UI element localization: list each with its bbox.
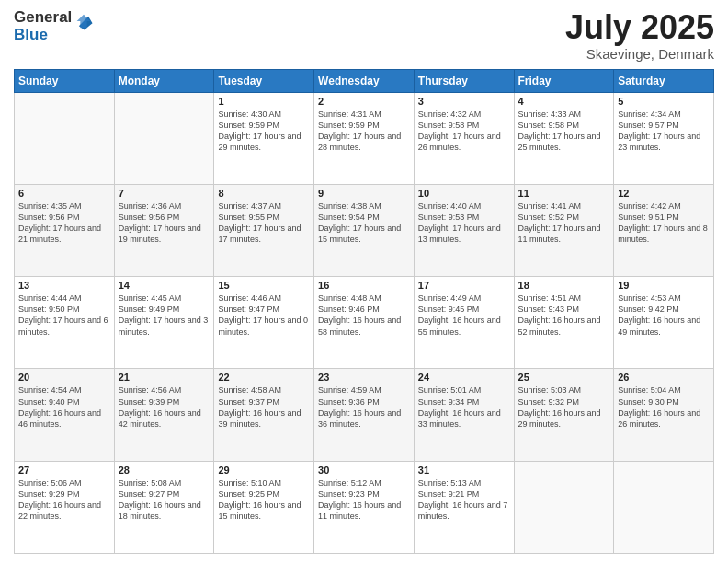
day-info: Sunrise: 5:01 AMSunset: 9:34 PMDaylight:… [418,385,510,430]
logo-text: General Blue [14,9,72,43]
day-info: Sunrise: 4:54 AMSunset: 9:40 PMDaylight:… [18,385,110,430]
day-number: 7 [119,188,210,199]
day-info: Sunrise: 5:08 AMSunset: 9:27 PMDaylight:… [119,477,210,523]
day-number: 11 [518,188,610,199]
day-number: 16 [318,280,410,291]
table-row: 8Sunrise: 4:37 AMSunset: 9:55 PMDaylight… [214,184,314,276]
day-number: 25 [518,372,610,383]
calendar-week-row: 20Sunrise: 4:54 AMSunset: 9:40 PMDayligh… [15,369,714,461]
header: General Blue July 2025 Skaevinge, Denmar… [14,9,714,62]
table-row [514,461,614,553]
day-number: 31 [418,465,510,476]
day-info: Sunrise: 4:31 AMSunset: 9:59 PMDaylight:… [318,109,410,154]
day-info: Sunrise: 4:35 AMSunset: 9:56 PMDaylight:… [18,201,110,246]
day-number: 23 [318,372,410,383]
calendar-table: Sunday Monday Tuesday Wednesday Thursday… [14,69,714,554]
page: General Blue July 2025 Skaevinge, Denmar… [0,0,728,563]
weekday-header-row: Sunday Monday Tuesday Wednesday Thursday… [15,69,714,92]
day-info: Sunrise: 5:13 AMSunset: 9:21 PMDaylight:… [418,477,510,523]
day-number: 20 [18,372,110,383]
table-row: 17Sunrise: 4:49 AMSunset: 9:45 PMDayligh… [414,277,514,369]
day-number: 2 [318,96,410,107]
day-number: 12 [618,188,710,199]
table-row: 21Sunrise: 4:56 AMSunset: 9:39 PMDayligh… [114,369,214,461]
table-row: 28Sunrise: 5:08 AMSunset: 9:27 PMDayligh… [114,461,214,553]
table-row: 29Sunrise: 5:10 AMSunset: 9:25 PMDayligh… [214,461,314,553]
logo-icon [74,11,94,31]
day-number: 1 [218,96,310,107]
day-info: Sunrise: 4:42 AMSunset: 9:51 PMDaylight:… [618,201,710,246]
header-wednesday: Wednesday [314,69,415,92]
day-info: Sunrise: 5:10 AMSunset: 9:25 PMDaylight:… [218,477,310,523]
day-info: Sunrise: 4:44 AMSunset: 9:50 PMDaylight:… [18,293,110,338]
table-row: 6Sunrise: 4:35 AMSunset: 9:56 PMDaylight… [15,184,115,276]
subtitle: Skaevinge, Denmark [565,46,714,62]
day-number: 29 [218,465,310,476]
day-info: Sunrise: 4:32 AMSunset: 9:58 PMDaylight:… [418,109,510,154]
day-info: Sunrise: 4:45 AMSunset: 9:49 PMDaylight:… [119,293,210,338]
day-info: Sunrise: 4:56 AMSunset: 9:39 PMDaylight:… [119,385,210,430]
table-row: 26Sunrise: 5:04 AMSunset: 9:30 PMDayligh… [614,369,714,461]
day-number: 28 [119,465,210,476]
day-info: Sunrise: 4:36 AMSunset: 9:56 PMDaylight:… [119,201,210,246]
table-row [614,461,714,553]
table-row: 27Sunrise: 5:06 AMSunset: 9:29 PMDayligh… [15,461,115,553]
day-info: Sunrise: 4:33 AMSunset: 9:58 PMDaylight:… [518,109,610,154]
day-info: Sunrise: 4:59 AMSunset: 9:36 PMDaylight:… [318,385,410,430]
table-row: 25Sunrise: 5:03 AMSunset: 9:32 PMDayligh… [514,369,614,461]
day-info: Sunrise: 5:03 AMSunset: 9:32 PMDaylight:… [518,385,610,430]
day-info: Sunrise: 4:49 AMSunset: 9:45 PMDaylight:… [418,293,510,338]
day-info: Sunrise: 5:04 AMSunset: 9:30 PMDaylight:… [618,385,710,430]
day-info: Sunrise: 4:41 AMSunset: 9:52 PMDaylight:… [518,201,610,246]
table-row: 23Sunrise: 4:59 AMSunset: 9:36 PMDayligh… [314,369,415,461]
table-row: 12Sunrise: 4:42 AMSunset: 9:51 PMDayligh… [614,184,714,276]
table-row: 24Sunrise: 5:01 AMSunset: 9:34 PMDayligh… [414,369,514,461]
day-number: 13 [18,280,110,291]
day-info: Sunrise: 4:58 AMSunset: 9:37 PMDaylight:… [218,385,310,430]
day-number: 17 [418,280,510,291]
header-saturday: Saturday [614,69,714,92]
table-row: 10Sunrise: 4:40 AMSunset: 9:53 PMDayligh… [414,184,514,276]
calendar-week-row: 6Sunrise: 4:35 AMSunset: 9:56 PMDaylight… [15,184,714,276]
day-number: 30 [318,465,410,476]
title-block: July 2025 Skaevinge, Denmark [565,9,714,62]
day-number: 3 [418,96,510,107]
table-row: 13Sunrise: 4:44 AMSunset: 9:50 PMDayligh… [15,277,115,369]
day-number: 15 [218,280,310,291]
day-number: 6 [18,188,110,199]
calendar-week-row: 13Sunrise: 4:44 AMSunset: 9:50 PMDayligh… [15,277,714,369]
day-number: 26 [618,372,710,383]
day-info: Sunrise: 4:38 AMSunset: 9:54 PMDaylight:… [318,201,410,246]
table-row: 19Sunrise: 4:53 AMSunset: 9:42 PMDayligh… [614,277,714,369]
day-number: 21 [119,372,210,383]
day-info: Sunrise: 4:53 AMSunset: 9:42 PMDaylight:… [618,293,710,338]
day-info: Sunrise: 4:48 AMSunset: 9:46 PMDaylight:… [318,293,410,338]
day-number: 22 [218,372,310,383]
day-number: 14 [119,280,210,291]
logo-blue: Blue [14,27,72,44]
logo: General Blue [14,9,94,43]
header-thursday: Thursday [414,69,514,92]
calendar-week-row: 1Sunrise: 4:30 AMSunset: 9:59 PMDaylight… [15,92,714,184]
calendar-week-row: 27Sunrise: 5:06 AMSunset: 9:29 PMDayligh… [15,461,714,553]
day-number: 8 [218,188,310,199]
day-info: Sunrise: 4:34 AMSunset: 9:57 PMDaylight:… [618,109,710,154]
table-row: 2Sunrise: 4:31 AMSunset: 9:59 PMDaylight… [314,92,415,184]
day-info: Sunrise: 4:40 AMSunset: 9:53 PMDaylight:… [418,201,510,246]
day-number: 18 [518,280,610,291]
header-sunday: Sunday [15,69,115,92]
logo-general: General [14,9,72,27]
day-number: 19 [618,280,710,291]
table-row: 5Sunrise: 4:34 AMSunset: 9:57 PMDaylight… [614,92,714,184]
day-number: 10 [418,188,510,199]
table-row: 31Sunrise: 5:13 AMSunset: 9:21 PMDayligh… [414,461,514,553]
table-row [114,92,214,184]
header-friday: Friday [514,69,614,92]
table-row: 18Sunrise: 4:51 AMSunset: 9:43 PMDayligh… [514,277,614,369]
table-row: 4Sunrise: 4:33 AMSunset: 9:58 PMDaylight… [514,92,614,184]
day-number: 9 [318,188,410,199]
day-info: Sunrise: 4:30 AMSunset: 9:59 PMDaylight:… [218,109,310,154]
day-number: 27 [18,465,110,476]
table-row: 20Sunrise: 4:54 AMSunset: 9:40 PMDayligh… [15,369,115,461]
header-tuesday: Tuesday [214,69,314,92]
